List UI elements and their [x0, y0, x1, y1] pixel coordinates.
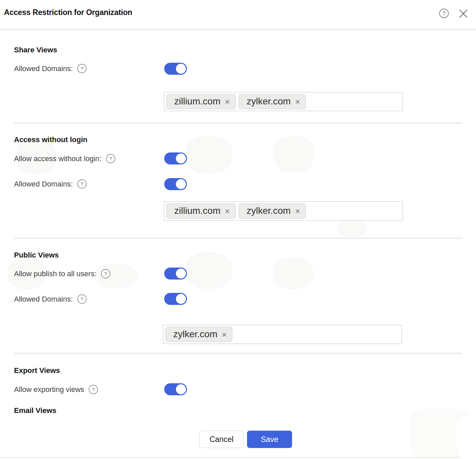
allow-access-without-login-label: Allow access without login: — [14, 154, 101, 163]
question-circle-icon[interactable]: ? — [77, 64, 87, 73]
toggle-allowed-domains-public[interactable] — [164, 293, 187, 305]
domain-chip-label: zylker.com — [247, 205, 291, 216]
svg-text:?: ? — [80, 181, 83, 187]
save-button[interactable]: Save — [247, 431, 292, 448]
row-allowed-domains-access: Allowed Domains: ? — [14, 179, 87, 189]
domains-input-public[interactable]: zylker.com × — [163, 325, 402, 344]
question-circle-icon[interactable]: ? — [101, 269, 110, 279]
toggle-allow-exporting[interactable] — [164, 383, 187, 395]
domain-chip-label: zillium.com — [174, 205, 220, 216]
cancel-button[interactable]: Cancel — [199, 431, 244, 448]
question-circle-icon[interactable]: ? — [106, 154, 115, 163]
svg-text:?: ? — [80, 296, 83, 302]
allowed-domains-label: Allowed Domains: — [14, 180, 73, 188]
toggle-allowed-domains-share[interactable] — [164, 63, 187, 75]
svg-text:?: ? — [109, 156, 112, 161]
row-allow-access-without-login: Allow access without login: ? — [14, 153, 115, 164]
domain-chip: zylker.com × — [239, 94, 306, 109]
svg-text:?: ? — [104, 271, 107, 277]
background-blob — [273, 136, 314, 173]
domains-input-share[interactable]: zillium.com × zylker.com × — [164, 92, 403, 111]
domain-chip-label: zillium.com — [174, 96, 220, 107]
domain-chip: zillium.com × — [166, 203, 236, 218]
row-allowed-domains-public: Allowed Domains: ? — [14, 294, 87, 304]
toggle-allow-publish[interactable] — [164, 268, 187, 280]
background-blob — [186, 136, 232, 173]
section-divider — [14, 238, 462, 239]
header-divider — [0, 29, 476, 30]
chip-remove-icon[interactable]: × — [295, 96, 300, 106]
section-heading-email-views: Email Views — [14, 406, 56, 415]
row-allow-exporting: Allow exporting views ? — [14, 384, 98, 395]
row-allowed-domains-share: Allowed Domains: ? — [14, 63, 87, 74]
chip-remove-icon[interactable]: × — [225, 96, 230, 106]
toggle-knob — [176, 179, 186, 189]
toggle-allow-access-without-login[interactable] — [164, 152, 187, 164]
section-heading-export-views: Export Views — [14, 366, 60, 375]
section-heading-access-without-login: Access without login — [14, 135, 87, 144]
toggle-knob — [176, 269, 186, 279]
domain-chip: zylker.com × — [239, 203, 306, 218]
background-blob — [336, 220, 367, 238]
chip-remove-icon[interactable]: × — [295, 206, 300, 215]
domain-chip-label: zylker.com — [247, 96, 291, 107]
domain-chip: zylker.com × — [165, 327, 232, 342]
toggle-knob — [176, 384, 186, 394]
question-circle-icon[interactable]: ? — [77, 179, 87, 189]
domain-chip: zillium.com × — [166, 94, 236, 109]
row-allow-publish: Allow publish to all users: ? — [14, 269, 110, 279]
svg-text:?: ? — [92, 387, 95, 392]
domains-input-access[interactable]: zillium.com × zylker.com × — [164, 201, 403, 220]
chip-remove-icon[interactable]: × — [222, 329, 227, 339]
section-heading-share-views: Share Views — [14, 46, 57, 54]
question-circle-icon[interactable]: ? — [88, 385, 98, 394]
allow-publish-label: Allow publish to all users: — [14, 270, 96, 278]
dialog-title: Access Restriction for Organization — [4, 8, 132, 17]
chip-remove-icon[interactable]: × — [225, 206, 230, 215]
close-icon[interactable] — [458, 9, 468, 19]
allowed-domains-label: Allowed Domains: — [14, 64, 73, 73]
background-blob — [457, 416, 476, 459]
toggle-knob — [176, 153, 186, 163]
section-divider — [14, 123, 462, 123]
toggle-knob — [176, 294, 186, 304]
bottom-strip — [0, 457, 476, 459]
section-heading-public-views: Public Views — [14, 251, 59, 260]
svg-text:?: ? — [442, 10, 445, 16]
question-circle-icon[interactable]: ? — [77, 294, 87, 304]
domain-chip-label: zylker.com — [173, 329, 217, 340]
help-icon[interactable]: ? — [439, 8, 449, 18]
background-blob — [186, 252, 232, 289]
toggle-knob — [176, 64, 186, 74]
svg-text:?: ? — [80, 66, 83, 71]
allow-exporting-label: Allow exporting views — [14, 385, 84, 394]
section-divider — [14, 353, 462, 354]
toggle-allowed-domains-access[interactable] — [164, 178, 187, 190]
background-blob — [273, 258, 313, 289]
allowed-domains-label: Allowed Domains: — [14, 295, 73, 304]
access-restriction-dialog: Access Restriction for Organization ? Sh… — [0, 0, 476, 459]
